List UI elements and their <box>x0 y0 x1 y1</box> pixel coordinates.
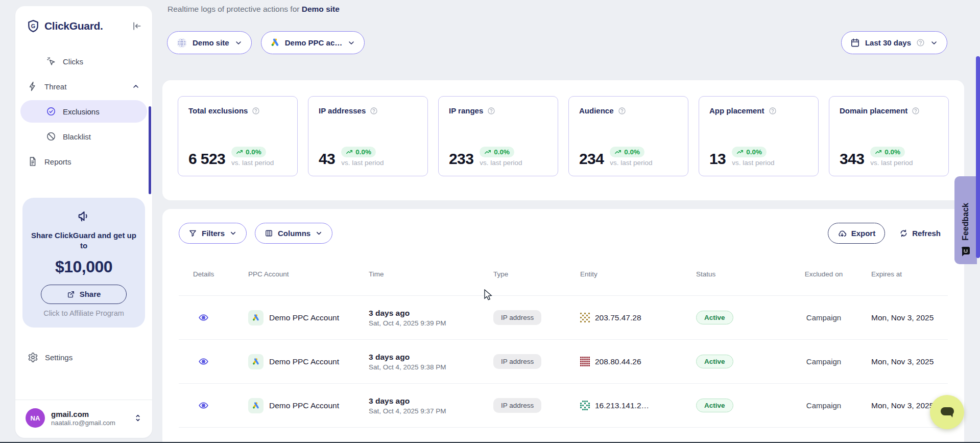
sidebar-item-clicks[interactable]: Clicks <box>20 50 147 73</box>
page-title: Realtime logs of protective actions for … <box>168 5 340 14</box>
sidebar-item-exclusions[interactable]: Exclusions <box>20 100 147 123</box>
help-circle-icon <box>916 38 925 47</box>
funnel-icon <box>188 229 197 238</box>
collapse-sidebar-icon[interactable] <box>132 21 142 31</box>
stat-value: 343 <box>840 151 864 167</box>
col-header-status: Status <box>696 270 797 278</box>
help-circle-icon[interactable] <box>252 107 260 115</box>
site-selector[interactable]: Demo site <box>167 31 252 54</box>
stat-card-ip-ranges: IP ranges 233 0.0% vs. last period <box>438 96 558 176</box>
chat-launcher-button[interactable] <box>930 395 964 429</box>
share-button-label: Share <box>80 290 101 298</box>
chevrons-up-down-icon[interactable] <box>134 413 142 423</box>
time-relative: 3 days ago <box>369 397 493 406</box>
time-relative: 3 days ago <box>369 309 493 318</box>
google-ads-icon <box>248 354 264 369</box>
table-row: Demo PPC Account 3 days ago Sat, Oct 4, … <box>179 383 948 427</box>
entity-value: 16.213.141.2… <box>595 401 649 410</box>
delta-badge: 0.0% <box>610 147 644 157</box>
svg-text:G: G <box>31 23 35 29</box>
logs-panel: Filters Columns <box>162 209 964 443</box>
delta-value: 0.0% <box>885 148 900 156</box>
user-account[interactable]: NA gmail.com naatali.ro@gmail.com <box>15 400 152 438</box>
details-eye-icon[interactable] <box>179 312 248 323</box>
ppc-account-cell: Demo PPC Account <box>248 310 369 325</box>
date-range-value: Last 30 days <box>865 38 911 47</box>
export-button[interactable]: Export <box>828 223 886 244</box>
globe-icon <box>176 37 187 49</box>
col-header-ppc-account: PPC Account <box>248 270 369 278</box>
delta-value: 0.0% <box>494 148 510 156</box>
promo-text: Share ClickGuard and get up to <box>30 230 138 251</box>
sidebar-item-label: Reports <box>44 157 71 166</box>
table-row: 3 days ago <box>179 427 948 443</box>
share-button[interactable]: Share <box>41 285 127 304</box>
entity-value: 208.80.44.26 <box>595 357 641 366</box>
help-circle-icon[interactable] <box>769 107 777 115</box>
trending-up-icon <box>236 149 243 156</box>
help-circle-icon[interactable] <box>912 107 920 115</box>
sidebar-item-label: Exclusions <box>63 107 100 116</box>
main-content: Realtime logs of protective actions for … <box>162 0 964 443</box>
sidebar-item-blacklist[interactable]: Blacklist <box>20 125 147 148</box>
details-eye-icon[interactable] <box>179 400 248 411</box>
sidebar-item-reports[interactable]: Reports <box>20 150 147 173</box>
calendar-icon <box>850 38 860 48</box>
time-absolute: Sat, Oct 4, 2025 9:38 PM <box>369 363 493 371</box>
stat-value: 13 <box>709 151 726 167</box>
delta-caption: vs. last period <box>732 159 774 167</box>
chevron-down-icon <box>347 39 355 47</box>
delta-value: 0.0% <box>746 148 762 156</box>
refresh-button[interactable]: Refresh <box>899 229 941 238</box>
col-header-type: Type <box>493 270 580 278</box>
details-eye-icon[interactable] <box>179 356 248 367</box>
stat-label: IP ranges <box>449 106 483 115</box>
entity-cell: 16.213.141.2… <box>580 401 696 410</box>
col-header-time: Time <box>369 270 493 278</box>
delta-badge: 0.0% <box>732 147 767 157</box>
sidebar-item-settings[interactable]: Settings <box>15 352 152 363</box>
chevron-down-icon <box>234 39 243 47</box>
ppc-account-name: Demo PPC Account <box>269 401 339 410</box>
sidebar-scrollbar[interactable] <box>149 106 151 194</box>
type-cell: IP address <box>493 354 580 369</box>
columns-button[interactable]: Columns <box>255 223 332 244</box>
page-title-prefix: Realtime logs of protective actions for <box>168 5 302 13</box>
feedback-tab[interactable]: Feedback <box>954 176 977 264</box>
help-circle-icon[interactable] <box>370 107 378 115</box>
refresh-button-label: Refresh <box>912 229 941 238</box>
columns-button-label: Columns <box>278 229 310 238</box>
google-ads-icon <box>270 38 280 48</box>
delta-badge: 0.0% <box>480 147 514 157</box>
stat-label: Audience <box>579 106 614 115</box>
user-name: gmail.com <box>51 410 115 418</box>
sidebar-item-threat[interactable]: Threat <box>20 75 147 98</box>
site-selector-value: Demo site <box>193 38 229 47</box>
affiliate-promo-card[interactable]: Share ClickGuard and get up to $10,000 S… <box>22 198 145 328</box>
help-circle-icon[interactable] <box>487 107 495 115</box>
time-cell: 3 days ago Sat, Oct 4, 2025 9:39 PM <box>369 309 493 327</box>
col-header-entity: Entity <box>580 270 696 278</box>
stat-label: IP addresses <box>319 106 366 115</box>
status-badge: Active <box>696 399 733 412</box>
logo: G ClickGuard. <box>15 6 152 33</box>
entity-cell: 208.80.44.26 <box>580 357 696 366</box>
sidebar: G ClickGuard. Clicks Threat <box>15 6 152 438</box>
date-range-selector[interactable]: Last 30 days <box>841 31 947 54</box>
time-cell: 3 days ago Sat, Oct 4, 2025 9:38 PM <box>369 353 493 371</box>
ppc-account-selector[interactable]: Demo PPC ac… <box>261 31 365 54</box>
filters-button[interactable]: Filters <box>179 223 247 244</box>
delta-badge: 0.0% <box>231 147 266 157</box>
delta-caption: vs. last period <box>870 159 913 167</box>
help-circle-icon[interactable] <box>618 107 626 115</box>
time-absolute: Sat, Oct 4, 2025 9:39 PM <box>369 319 493 327</box>
col-header-details: Details <box>179 270 248 278</box>
stat-label: Total exclusions <box>188 106 248 115</box>
chevron-up-icon[interactable] <box>132 82 140 90</box>
page-scrollbar[interactable] <box>976 56 980 258</box>
ppc-account-name: Demo PPC Account <box>269 313 339 322</box>
trending-up-icon <box>484 149 491 156</box>
delta-value: 0.0% <box>624 148 640 156</box>
expires-at-cell: Mon, Nov 3, 2025 <box>851 313 948 322</box>
table-header-row: Details PPC Account Time Type Entity Sta… <box>179 249 948 295</box>
